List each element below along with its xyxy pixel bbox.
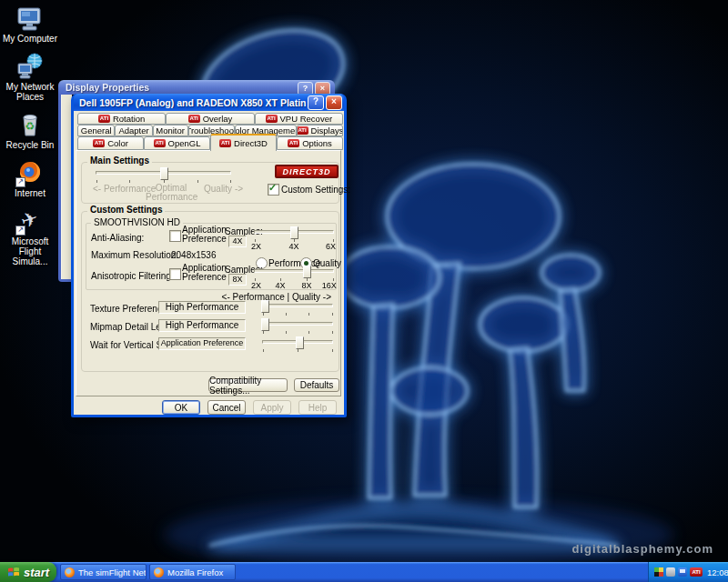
- radeon-properties-dialog: Dell 1905FP (Analog) and RADEON X850 XT …: [71, 94, 347, 417]
- tab-overlay[interactable]: ATIOverlay: [166, 113, 254, 125]
- start-button-label: start: [24, 566, 49, 579]
- slider-thumb[interactable]: [290, 226, 298, 239]
- tab-general[interactable]: General: [77, 125, 115, 136]
- tab-label: General: [81, 125, 112, 135]
- desktop-icon-my-network-places[interactable]: My Network Places: [1, 52, 59, 102]
- vsync-slider[interactable]: [262, 336, 333, 355]
- slider-thumb[interactable]: [261, 300, 269, 313]
- desktop: digitalblasphemy.com My Computer My Netw…: [0, 0, 728, 582]
- desktop-icon-label: Microsoft Flight Simula...: [2, 236, 58, 266]
- dialog-title: Dell 1905FP (Analog) and RADEON X850 XT …: [79, 97, 306, 108]
- help-button[interactable]: Help: [298, 400, 337, 415]
- apply-button[interactable]: Apply: [253, 400, 291, 415]
- desktop-icon-recycle-bin[interactable]: ♻ Recycle Bin: [1, 110, 59, 150]
- tick-label: 4X: [276, 281, 286, 290]
- direct3d-logo: DIRECT3D: [275, 165, 339, 178]
- shortcut-arrow-icon: ↗: [15, 226, 25, 236]
- close-icon[interactable]: ×: [326, 95, 342, 110]
- aa-application-preference-checkbox[interactable]: [169, 230, 181, 242]
- slider-thumb[interactable]: [160, 167, 168, 180]
- tick-label: 16X: [322, 281, 337, 290]
- mipmap-detail-slider[interactable]: [262, 318, 333, 336]
- af-samples-slider[interactable]: 2X 4X 8X 16X: [254, 266, 334, 289]
- tick-label: 6X: [326, 242, 336, 251]
- taskbar: start The simFlight Networ... Mozilla Fi…: [0, 562, 728, 582]
- tab-options[interactable]: ATIOptions: [277, 136, 343, 150]
- airplane-icon: ✈ ↗: [15, 206, 45, 236]
- tab-label: Rotation: [113, 114, 145, 124]
- tab-adapter[interactable]: Adapter: [115, 125, 152, 136]
- max-resolution-label: Maximum Resolution:: [91, 250, 178, 260]
- windows-logo-icon: [7, 566, 20, 578]
- vsync-value: Application Preference: [158, 337, 246, 350]
- texture-preference-slider[interactable]: [262, 300, 333, 318]
- desktop-icon-label: Internet: [15, 188, 46, 198]
- display-properties-window-titlebar[interactable]: Display Properties ? ×: [58, 80, 335, 95]
- cancel-button[interactable]: Cancel: [207, 400, 246, 415]
- tab-label: Color: [107, 138, 128, 148]
- main-settings-group: Main Settings <- Performance Optimal Per…: [81, 162, 339, 204]
- tab-opengl[interactable]: ATIOpenGL: [144, 136, 210, 150]
- task-button-firefox[interactable]: Mozilla Firefox: [149, 564, 236, 580]
- main-settings-group-label: Main Settings: [87, 156, 152, 166]
- dialog-body: ATIRotation ATIOverlay ATIVPU Recover Ge…: [74, 111, 344, 415]
- dialog-titlebar[interactable]: Dell 1905FP (Analog) and RADEON X850 XT …: [74, 94, 344, 111]
- af-samples-value: 8X: [228, 274, 247, 286]
- wallpaper-watermark: digitalblasphemy.com: [571, 542, 713, 556]
- ati-icon: ATI: [188, 115, 200, 123]
- custom-settings-checkbox[interactable]: ✓: [268, 184, 279, 196]
- firefox-icon: ↗: [15, 158, 45, 187]
- desktop-icon-internet[interactable]: ↗ Internet: [1, 158, 59, 198]
- ati-tray-icon[interactable]: ATI: [690, 567, 703, 577]
- tab-label: Adapter: [118, 125, 148, 135]
- desktop-icon-label: Recycle Bin: [6, 140, 55, 150]
- firefox-icon: [65, 567, 75, 577]
- ati-icon: ATI: [93, 139, 105, 147]
- network-places-icon: [15, 52, 45, 81]
- slider-thumb[interactable]: [261, 318, 269, 331]
- my-computer-icon: [15, 4, 45, 33]
- tab-label: Overlay: [203, 114, 233, 124]
- direct3d-tab-panel: Main Settings <- Performance Optimal Per…: [76, 150, 341, 396]
- display-tray-icon[interactable]: [678, 567, 687, 577]
- tab-displays[interactable]: ATIDisplays: [297, 125, 343, 136]
- slider-thumb[interactable]: [296, 336, 304, 349]
- slider-thumb[interactable]: [303, 266, 311, 278]
- taskbar-clock[interactable]: 12:08 AM: [707, 567, 728, 577]
- ati-icon: ATI: [154, 139, 166, 147]
- desktop-icon-my-computer[interactable]: My Computer: [1, 4, 59, 44]
- tab-monitor[interactable]: Monitor: [153, 125, 188, 136]
- task-button-simflight[interactable]: The simFlight Networ...: [60, 564, 147, 580]
- tab-label: OpenGL: [168, 138, 201, 148]
- tick-label: 2X: [251, 242, 261, 251]
- display-properties-window-edge: [58, 95, 71, 282]
- tab-rotation[interactable]: ATIRotation: [77, 113, 166, 125]
- optimal-performance-label: Optimal Performance: [146, 184, 197, 202]
- desktop-icon-flight-simulator[interactable]: ✈ ↗ Microsoft Flight Simula...: [1, 206, 59, 266]
- system-tray: ATI 12:08 AM: [648, 562, 728, 582]
- device-tray-icon[interactable]: [666, 567, 675, 577]
- start-button[interactable]: start: [0, 562, 56, 582]
- svg-text:♻: ♻: [25, 120, 35, 133]
- compatibility-settings-button[interactable]: Compatibility Settings...: [208, 378, 288, 392]
- recycle-bin-icon: ♻: [15, 110, 45, 139]
- tab-label: Monitor: [156, 125, 185, 135]
- custom-settings-checkbox-label: Custom Settings:: [281, 185, 350, 195]
- af-application-preference-checkbox[interactable]: [169, 268, 181, 280]
- mipmap-detail-value: High Performance: [158, 319, 246, 332]
- defaults-button[interactable]: Defaults: [294, 378, 339, 392]
- tab-direct3d[interactable]: ATIDirect3D: [210, 134, 277, 151]
- smoothvision-legend: SMOOTHVISION HD: [91, 217, 183, 227]
- tick-label: 2X: [251, 281, 261, 290]
- taskbar-tasks: The simFlight Networ... Mozilla Firefox: [60, 564, 236, 580]
- tab-row-1: ATIRotation ATIOverlay ATIVPU Recover: [77, 113, 343, 125]
- tab-vpu-recover[interactable]: ATIVPU Recover: [255, 113, 343, 125]
- aa-samples-slider[interactable]: 2X 4X 6X: [254, 226, 334, 252]
- quad-color-tray-icon[interactable]: [654, 567, 663, 577]
- ok-button[interactable]: OK: [162, 400, 200, 415]
- aa-samples-value: 4X: [228, 236, 247, 247]
- tab-label: Options: [302, 138, 332, 148]
- help-button[interactable]: ?: [308, 95, 324, 110]
- tab-color[interactable]: ATIColor: [77, 136, 144, 150]
- max-resolution-value: 2048x1536: [171, 250, 217, 260]
